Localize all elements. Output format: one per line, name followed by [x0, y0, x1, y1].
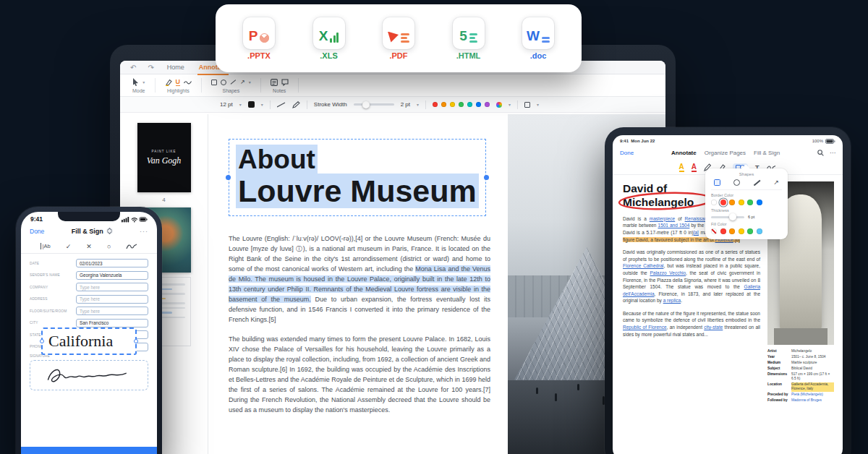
slider-knob[interactable] — [729, 213, 736, 220]
color-dot[interactable] — [747, 228, 753, 234]
ribbon-group-mode[interactable]: ▾ Mode — [123, 74, 155, 96]
field-input-date[interactable]: 02/01/2023 — [76, 259, 148, 267]
text-color-red-tool[interactable]: A — [692, 163, 697, 172]
color-dot[interactable] — [476, 102, 481, 107]
format-pptx[interactable]: P .PPTX — [243, 17, 275, 60]
color-dot[interactable] — [459, 102, 464, 107]
color-dot[interactable] — [739, 228, 744, 234]
pen-icon[interactable] — [292, 101, 300, 108]
tab-fill-sign[interactable]: Fill & Sign — [754, 150, 780, 156]
color-palette[interactable] — [433, 102, 490, 107]
ipad-done-button[interactable]: Done — [620, 150, 634, 156]
cross-tool[interactable]: ✕ — [86, 243, 92, 250]
border-color-palette[interactable] — [711, 200, 782, 205]
text-field-tool[interactable]: |Ab — [41, 243, 51, 249]
color-dot[interactable] — [720, 200, 726, 205]
color-dot[interactable] — [747, 200, 753, 205]
field-input-city[interactable]: San Francisco — [76, 319, 148, 327]
color-dot[interactable] — [711, 200, 717, 205]
chevron-down-icon: ▾ — [142, 80, 145, 85]
tab-annotate[interactable]: Annotate — [671, 150, 697, 156]
field-input-sender-name[interactable]: Georgina Valenzuela — [76, 271, 148, 280]
color-dot[interactable] — [711, 228, 717, 234]
format-pdf[interactable]: .PDF — [383, 17, 414, 60]
comment-icon — [281, 79, 289, 86]
fill-sign-form: DATE02/01/2023 SENDER'S NAMEGeorgina Val… — [21, 254, 157, 390]
thickness-slider[interactable] — [711, 216, 744, 218]
color-dot[interactable] — [441, 102, 446, 107]
color-wheel-icon[interactable] — [496, 102, 502, 108]
ribbon-group-highlights[interactable]: U Highlights — [156, 74, 202, 96]
iphone-done-button[interactable]: Done — [30, 228, 44, 235]
shape-circle-option[interactable] — [733, 179, 740, 186]
annotation-handle-right[interactable] — [134, 339, 138, 343]
iphone-bottom-bar[interactable] — [21, 447, 157, 454]
laptop-content: PAINT LIKE Van Gogh 4 About — [120, 114, 665, 454]
text-color-yellow-tool[interactable]: A — [679, 163, 684, 172]
ipad-device: 9:41 Mon Jun 22 100% Done Annotate Organ… — [605, 127, 851, 454]
color-dot[interactable] — [720, 228, 726, 234]
laptop-device: ↶ ↷ Home Annotate ▾ Mode U — [110, 45, 676, 454]
california-text-annotation[interactable]: California — [41, 327, 137, 355]
more-icon[interactable]: ··· — [140, 228, 148, 235]
field-input-floor[interactable]: Type here — [76, 307, 148, 315]
undo-icon[interactable]: ↶ — [130, 64, 136, 72]
thumbnail-cover[interactable]: PAINT LIKE Van Gogh — [137, 123, 191, 192]
slider-knob[interactable] — [362, 101, 370, 108]
fill-shape-icon[interactable] — [524, 102, 530, 108]
format-html[interactable]: 5 .HTML — [453, 17, 485, 60]
annotation-handle-left[interactable] — [40, 339, 44, 343]
text-segment: by the — [689, 223, 705, 228]
shape-line-option[interactable] — [753, 179, 760, 185]
doc-label: .doc — [530, 51, 547, 60]
stroke-width-slider[interactable] — [354, 103, 394, 106]
selected-title-block[interactable]: About Louvre Museum — [229, 139, 486, 216]
format-xls[interactable]: X .XLS — [313, 17, 345, 60]
text-segment: of — [675, 216, 684, 221]
selection-handle-left[interactable] — [226, 175, 231, 180]
color-dot[interactable] — [757, 200, 762, 205]
field-input-company[interactable]: Type here — [76, 283, 148, 291]
color-dot[interactable] — [450, 102, 455, 107]
font-size-select[interactable]: 12 pt — [220, 101, 233, 108]
shape-square-option[interactable] — [714, 179, 720, 186]
ipad-screen: 9:41 Mon Jun 22 100% Done Annotate Organ… — [613, 135, 843, 454]
selection-handle-right[interactable] — [484, 175, 489, 180]
stroke-width-value[interactable]: 2 pt — [401, 101, 410, 108]
stroke-width-label: Stroke Width — [314, 101, 347, 108]
ribbon-label-notes: Notes — [273, 88, 286, 93]
color-dot[interactable] — [467, 102, 472, 107]
shape-arrow-option[interactable]: ↗ — [773, 179, 779, 186]
ribbon-group-shapes[interactable]: ↗ ▾ Shapes — [202, 74, 260, 96]
color-dot[interactable] — [433, 102, 438, 107]
search-icon[interactable] — [817, 150, 824, 156]
color-dot[interactable] — [757, 228, 762, 234]
checkmark-tool[interactable]: ✓ — [66, 243, 72, 250]
chevron-down-icon: ▾ — [261, 102, 263, 107]
line-style-icon[interactable] — [277, 102, 286, 108]
chevron-updown-icon[interactable] — [106, 228, 113, 234]
laptop-ribbon: ▾ Mode U Highlights — [120, 74, 665, 97]
format-doc[interactable]: W .doc — [522, 17, 554, 60]
fill-color-label: Fill Color — [711, 222, 782, 226]
fill-sign-title[interactable]: Fill & Sign — [72, 228, 103, 235]
circle-tool[interactable]: ○ — [107, 243, 111, 250]
fill-color-palette[interactable] — [711, 228, 782, 234]
html-icon: 5 — [453, 17, 485, 49]
underline-icon: U — [176, 79, 181, 86]
color-dot[interactable] — [485, 102, 490, 107]
color-dot[interactable] — [729, 200, 735, 205]
color-swatch[interactable] — [248, 101, 255, 108]
signature-tool-icon[interactable] — [126, 243, 137, 250]
color-dot[interactable] — [729, 228, 735, 234]
more-icon[interactable]: ⋯ — [830, 150, 835, 156]
redo-icon[interactable]: ↷ — [148, 64, 153, 72]
ribbon-group-notes[interactable]: Notes — [261, 74, 298, 96]
tab-home[interactable]: Home — [166, 61, 186, 74]
status-icons — [122, 216, 148, 223]
tab-organize-pages[interactable]: Organize Pages — [705, 150, 746, 156]
squiggle-icon — [184, 80, 192, 85]
signature-box[interactable] — [30, 360, 148, 390]
field-input-address[interactable]: Type here — [76, 295, 148, 304]
color-dot[interactable] — [739, 200, 744, 205]
